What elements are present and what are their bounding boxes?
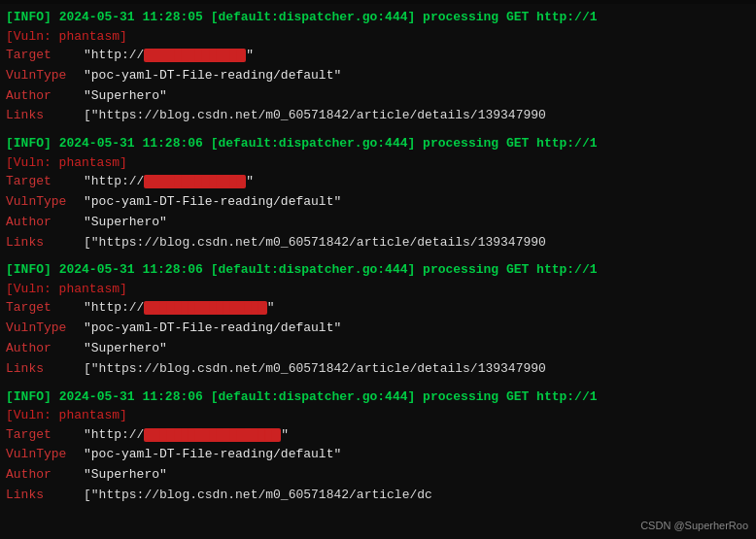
info-line-2: [INFO] 2024-05-31 11:28:06 [default:disp… <box>6 134 750 153</box>
detail-target-4: Target "http://███ ███ ███ ██ ████" <box>6 425 750 446</box>
vuln-line-1: [Vuln: phantasm] <box>6 27 750 47</box>
log-block-1: [INFO] 2024-05-31 11:28:05 [default:disp… <box>6 8 750 126</box>
detail-target-3: Target "http://███ ███ ████ ████" <box>6 298 750 319</box>
detail-vulntype-1: VulnType "poc-yaml-DT-File-reading/defau… <box>6 66 750 86</box>
log-block-4: [INFO] 2024-05-31 11:28:06 [default:disp… <box>6 387 750 506</box>
detail-links-2: Links ["https://blog.csdn.net/m0_6057184… <box>6 233 750 253</box>
info-line-4: [INFO] 2024-05-31 11:28:06 [default:disp… <box>6 387 750 407</box>
info-line-1: [INFO] 2024-05-31 11:28:05 [default:disp… <box>6 8 750 27</box>
detail-author-2: Author "Superhero" <box>6 213 750 233</box>
detail-target-1: Target "http://██ ███ ████ ██" <box>6 46 750 66</box>
watermark: CSDN @SuperherRoo <box>640 520 748 531</box>
vuln-line-4: [Vuln: phantasm] <box>6 406 750 425</box>
detail-vulntype-4: VulnType "poc-yaml-DT-File-reading/defau… <box>6 445 750 465</box>
detail-author-1: Author "Superhero" <box>6 86 750 107</box>
info-line-3: [INFO] 2024-05-31 11:28:06 [default:disp… <box>6 260 750 280</box>
detail-links-1: Links ["https://blog.csdn.net/m0_6057184… <box>6 106 750 126</box>
detail-vulntype-3: VulnType "poc-yaml-DT-File-reading/defau… <box>6 319 750 339</box>
detail-vulntype-2: VulnType "poc-yaml-DT-File-reading/defau… <box>6 192 750 213</box>
log-block-2: [INFO] 2024-05-31 11:28:06 [default:disp… <box>6 134 750 253</box>
detail-author-3: Author "Superhero" <box>6 339 750 359</box>
log-block-3: [INFO] 2024-05-31 11:28:06 [default:disp… <box>6 260 750 379</box>
terminal-window: [INFO] 2024-05-31 11:28:05 [default:disp… <box>0 4 756 539</box>
vuln-line-3: [Vuln: phantasm] <box>6 280 750 299</box>
vuln-line-2: [Vuln: phantasm] <box>6 153 750 173</box>
detail-links-4: Links ["https://blog.csdn.net/m0_6057184… <box>6 486 750 506</box>
detail-target-2: Target "http://██ ███ ████ ██" <box>6 172 750 192</box>
detail-links-3: Links ["https://blog.csdn.net/m0_6057184… <box>6 359 750 380</box>
detail-author-4: Author "Superhero" <box>6 465 750 486</box>
